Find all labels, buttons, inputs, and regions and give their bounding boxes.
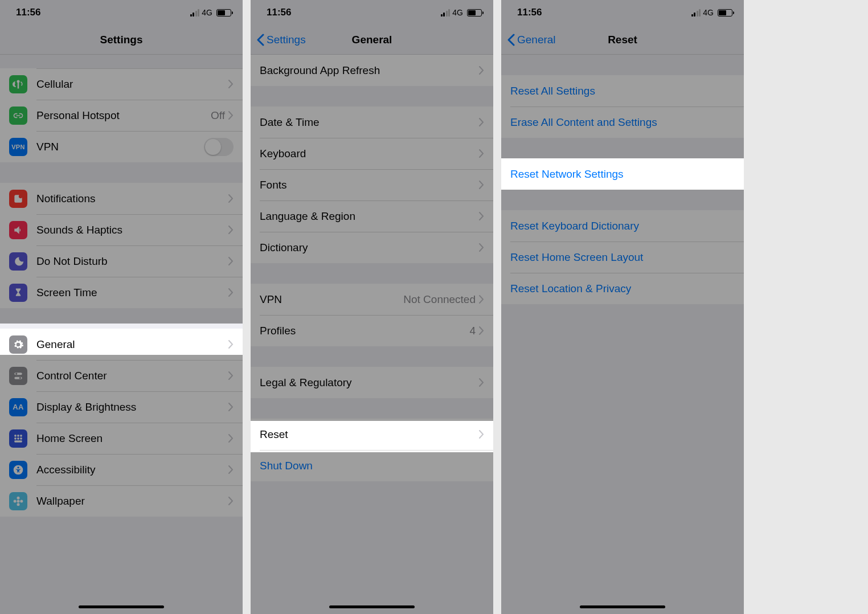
signal-icon [190,9,200,17]
page-title: General [352,34,392,46]
svg-rect-7 [17,435,19,436]
row-reset-home[interactable]: Reset Home Screen Layout [501,241,744,273]
hourglass-icon [9,284,27,302]
row-keyboard[interactable]: Keyboard [251,138,493,169]
row-label: Profiles [260,325,469,337]
row-label: Home Screen [36,432,228,445]
row-label: Notifications [36,193,228,205]
row-label: Reset Home Screen Layout [510,251,735,264]
svg-rect-6 [14,435,16,436]
row-home-screen[interactable]: Home Screen [0,423,243,454]
chevron-left-icon [507,34,515,46]
row-erase-all[interactable]: Erase All Content and Settings [501,107,744,138]
svg-point-17 [17,503,20,506]
row-date-time[interactable]: Date & Time [251,107,493,138]
row-label: Screen Time [36,286,228,299]
svg-rect-12 [14,440,22,442]
home-indicator[interactable] [580,605,665,608]
row-screentime[interactable]: Screen Time [0,277,243,308]
svg-point-19 [20,500,23,502]
chevron-right-icon [479,326,484,335]
chevron-right-icon [479,430,484,439]
svg-point-5 [19,377,21,379]
row-profiles[interactable]: Profiles 4 [251,315,493,346]
group-notify: Notifications Sounds & Haptics Do Not Di… [0,183,243,308]
svg-point-14 [17,466,19,468]
svg-point-16 [17,496,20,499]
chevron-right-icon [479,149,484,158]
nav-bar: Settings [0,25,243,55]
chevron-right-icon [228,80,234,88]
row-label: Control Center [36,370,228,382]
chevron-right-icon [228,434,234,443]
row-label: Reset Network Settings [510,168,735,181]
row-legal[interactable]: Legal & Regulatory [251,367,493,398]
row-language-region[interactable]: Language & Region [251,200,493,232]
row-value: Off [211,109,225,122]
row-personal-hotspot[interactable]: Personal Hotspot Off [0,100,243,131]
text-size-icon: AA [9,398,27,416]
gear-icon [9,335,27,354]
row-label: Do Not Disturb [36,255,228,268]
row-reset-location[interactable]: Reset Location & Privacy [501,273,744,304]
row-dictionary[interactable]: Dictionary [251,232,493,263]
row-label: Keyboard [260,148,479,160]
status-right: 4G [441,8,482,17]
row-label: Personal Hotspot [36,109,211,122]
battery-icon [467,9,482,17]
row-reset-all[interactable]: Reset All Settings [501,75,744,107]
status-time: 11:56 [517,7,542,18]
row-shutdown[interactable]: Shut Down [251,450,493,481]
nav-bar: Settings General [251,25,493,55]
row-fonts[interactable]: Fonts [251,169,493,200]
chevron-right-icon [479,212,484,220]
row-label: Cellular [36,78,228,91]
page-title: Reset [608,34,637,46]
row-label: Reset Keyboard Dictionary [510,220,735,232]
accessibility-icon [9,461,27,479]
chevron-right-icon [228,257,234,265]
row-accessibility[interactable]: Accessibility [0,454,243,485]
status-network: 4G [202,8,212,17]
row-bg-refresh[interactable]: Background App Refresh [251,55,493,86]
status-bar: 11:56 4G [501,0,744,25]
switches-icon [9,367,27,385]
row-vpn[interactable]: VPN Not Connected [251,284,493,315]
vpn-toggle[interactable] [204,138,234,156]
row-label: Language & Region [260,210,479,223]
screen-reset: 11:56 4G General Reset Reset All Setting… [501,0,744,614]
home-indicator[interactable] [329,605,415,608]
home-indicator[interactable] [79,605,164,608]
back-button[interactable]: General [507,34,556,46]
row-general[interactable]: General [0,329,243,360]
row-reset-keyboard[interactable]: Reset Keyboard Dictionary [501,210,744,241]
chevron-right-icon [479,295,484,304]
chevron-right-icon [228,226,234,234]
back-button[interactable]: Settings [256,34,306,46]
row-cellular[interactable]: Cellular [0,68,243,100]
row-label: General [36,338,228,351]
chevron-right-icon [228,403,234,411]
chevron-right-icon [228,194,234,203]
chevron-right-icon [228,465,234,474]
flower-icon [9,492,27,510]
row-display[interactable]: AA Display & Brightness [0,391,243,423]
row-dnd[interactable]: Do Not Disturb [0,245,243,277]
row-label: Shut Down [260,460,484,472]
chevron-left-icon [256,34,264,46]
row-reset[interactable]: Reset [251,419,493,450]
row-control-center[interactable]: Control Center [0,360,243,391]
row-reset-network[interactable]: Reset Network Settings [501,158,744,190]
row-wallpaper[interactable]: Wallpaper [0,485,243,517]
row-sounds[interactable]: Sounds & Haptics [0,214,243,245]
row-label: Wallpaper [36,495,228,507]
back-label: General [517,34,556,46]
grid-icon [9,429,27,448]
svg-point-18 [14,500,17,502]
row-label: Background App Refresh [260,64,479,77]
chevron-right-icon [228,288,234,297]
svg-point-15 [17,500,20,502]
row-vpn[interactable]: VPN VPN [0,131,243,162]
row-notifications[interactable]: Notifications [0,183,243,214]
svg-rect-8 [20,435,22,436]
